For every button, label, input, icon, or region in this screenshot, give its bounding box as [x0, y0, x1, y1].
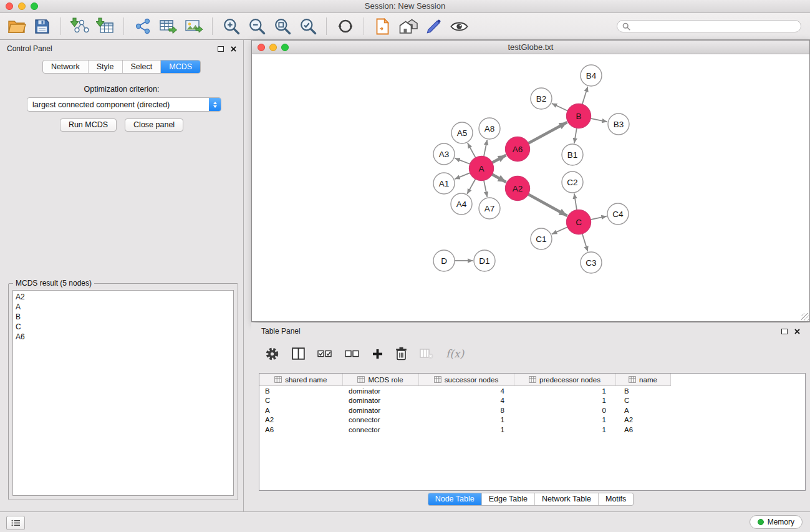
- document-button[interactable]: [370, 15, 395, 37]
- table-cell[interactable]: A: [259, 405, 342, 415]
- mcds-result-item[interactable]: B: [13, 312, 233, 322]
- table-cell[interactable]: 1: [514, 386, 615, 396]
- network-edge-A-A2[interactable]: [492, 174, 506, 182]
- network-edge-B-B3[interactable]: [591, 118, 607, 122]
- table-cell[interactable]: connector: [342, 415, 418, 425]
- zoom-window-button[interactable]: [31, 2, 38, 10]
- network-node-A2[interactable]: A2: [506, 177, 530, 201]
- network-node-A4[interactable]: A4: [451, 193, 472, 215]
- table-cell[interactable]: 1: [418, 425, 514, 435]
- export-image-button[interactable]: [181, 15, 206, 37]
- table-cell[interactable]: connector: [342, 425, 418, 435]
- table-row[interactable]: A2connector11A2: [259, 415, 805, 425]
- network-node-A5[interactable]: A5: [451, 122, 473, 143]
- network-minimize-button[interactable]: [269, 44, 277, 51]
- table-cell[interactable]: dominator: [342, 386, 418, 396]
- tab-edge-table[interactable]: Edge Table: [482, 493, 535, 505]
- network-edge-A-A1[interactable]: [455, 173, 470, 179]
- import-network-button[interactable]: [67, 15, 92, 37]
- network-edge-A-A5[interactable]: [468, 143, 476, 158]
- network-node-C[interactable]: C: [567, 210, 591, 235]
- float-panel-icon[interactable]: [218, 46, 224, 52]
- network-edge-B-B4[interactable]: [582, 87, 588, 105]
- zoom-in-button[interactable]: [218, 15, 244, 37]
- network-node-A6[interactable]: A6: [506, 137, 530, 162]
- show-columns-button[interactable]: [292, 347, 305, 360]
- network-close-button[interactable]: [258, 44, 265, 51]
- network-edge-A2-C[interactable]: [528, 194, 567, 216]
- table-row[interactable]: Cdominator41C: [259, 396, 805, 406]
- network-node-A1[interactable]: A1: [433, 173, 455, 194]
- column-header-shared-name[interactable]: shared name: [259, 374, 342, 386]
- close-window-button[interactable]: [6, 2, 13, 10]
- network-edge-A-A4[interactable]: [467, 179, 475, 194]
- table-cell[interactable]: C: [615, 396, 670, 406]
- network-view-window[interactable]: testGlobe.txt B4B2BB3A5A8A6B1A3AA1C2A2A4…: [251, 40, 810, 322]
- table-cell[interactable]: B: [615, 386, 670, 396]
- table-cell[interactable]: A2: [259, 415, 342, 425]
- network-edge-A6-B[interactable]: [528, 122, 567, 143]
- network-node-A[interactable]: A: [470, 157, 494, 181]
- window-titlebar[interactable]: Session: New Session: [0, 0, 810, 13]
- show-graphics-details-button[interactable]: [446, 15, 472, 37]
- table-cell[interactable]: A: [615, 405, 670, 415]
- column-header-successor-nodes[interactable]: successor nodes: [418, 374, 514, 386]
- network-node-C4[interactable]: C4: [607, 203, 629, 225]
- task-history-button[interactable]: [6, 516, 25, 530]
- refresh-view-button[interactable]: [332, 15, 358, 37]
- zoom-out-button[interactable]: [244, 15, 269, 37]
- table-settings-button[interactable]: [265, 347, 279, 361]
- network-canvas-container[interactable]: B4B2BB3A5A8A6B1A3AA1C2A2A4A7C4CC1C3DD1: [252, 54, 809, 321]
- home-view-button[interactable]: [395, 15, 421, 37]
- network-node-C2[interactable]: C2: [562, 172, 583, 193]
- network-edge-A-A8[interactable]: [484, 140, 487, 157]
- tab-node-table[interactable]: Node Table: [428, 493, 482, 505]
- column-header-mcds-role[interactable]: MCDS role: [342, 374, 418, 386]
- network-edge-C-C3[interactable]: [582, 234, 588, 252]
- network-canvas[interactable]: B4B2BB3A5A8A6B1A3AA1C2A2A4A7C4CC1C3DD1: [252, 54, 809, 321]
- table-cell[interactable]: 1: [418, 415, 514, 425]
- network-zoom-button[interactable]: [281, 44, 289, 51]
- table-cell[interactable]: dominator: [342, 396, 418, 406]
- run-mcds-button[interactable]: Run MCDS: [60, 118, 117, 132]
- network-node-B1[interactable]: B1: [562, 144, 583, 165]
- save-session-button[interactable]: [29, 15, 55, 37]
- open-session-button[interactable]: [4, 15, 29, 37]
- node-table-container[interactable]: shared name MCDS role successor nodes pr…: [259, 373, 806, 491]
- close-panel-icon[interactable]: [231, 46, 236, 52]
- network-node-A8[interactable]: A8: [479, 118, 500, 139]
- table-row[interactable]: Adominator80A: [259, 405, 805, 415]
- network-edge-B-B1[interactable]: [574, 128, 577, 143]
- table-cell[interactable]: A6: [259, 425, 342, 435]
- mcds-result-item[interactable]: C: [13, 322, 233, 332]
- table-cell[interactable]: 1: [514, 425, 615, 435]
- zoom-fit-button[interactable]: [269, 15, 295, 37]
- select-all-columns-button[interactable]: [317, 349, 332, 358]
- tab-mcds[interactable]: MCDS: [161, 60, 200, 73]
- table-cell[interactable]: 0: [514, 405, 615, 415]
- column-header-name[interactable]: name: [615, 374, 670, 386]
- tab-style[interactable]: Style: [89, 60, 123, 73]
- column-header-predecessor-nodes[interactable]: predecessor nodes: [514, 374, 615, 386]
- table-cell[interactable]: 8: [418, 405, 514, 415]
- table-cell[interactable]: C: [259, 396, 342, 406]
- network-node-C3[interactable]: C3: [581, 252, 602, 273]
- tab-select[interactable]: Select: [123, 60, 162, 73]
- table-row[interactable]: Bdominator41B: [259, 386, 805, 396]
- search-input[interactable]: [634, 21, 796, 32]
- network-edge-A-A6[interactable]: [492, 155, 506, 163]
- network-node-B2[interactable]: B2: [531, 88, 552, 109]
- float-table-panel-icon[interactable]: [781, 329, 788, 334]
- table-cell[interactable]: dominator: [342, 405, 418, 415]
- network-node-C1[interactable]: C1: [531, 228, 552, 249]
- network-window-titlebar[interactable]: testGlobe.txt: [252, 41, 809, 54]
- zoom-selected-button[interactable]: [295, 15, 321, 37]
- search-box[interactable]: [617, 20, 801, 32]
- table-cell[interactable]: B: [259, 386, 342, 396]
- network-edge-C-C1[interactable]: [552, 227, 567, 234]
- network-edge-A-A3[interactable]: [455, 158, 470, 164]
- optimization-criterion-select[interactable]: largest connected component (directed): [27, 97, 221, 112]
- table-cell[interactable]: A2: [615, 415, 670, 425]
- table-cell[interactable]: 4: [418, 386, 514, 396]
- mcds-result-list[interactable]: A2ABCA6: [12, 290, 234, 496]
